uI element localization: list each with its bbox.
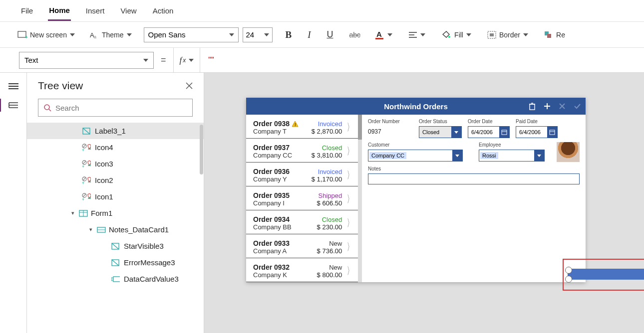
order-number-value: 0937 <box>368 126 413 137</box>
tree-search[interactable] <box>38 99 193 117</box>
fx-button[interactable]: fx <box>174 55 200 65</box>
order-price: $ 800.00 <box>317 271 342 279</box>
calendar-icon <box>499 127 509 138</box>
notes-label: Notes <box>368 166 580 171</box>
order-list-item[interactable]: Order 0936Company YInvoiced$ 1,170.00〉 <box>246 163 358 186</box>
order-name: Order 0936 <box>253 167 312 175</box>
tree-view-rail-button[interactable] <box>7 101 19 110</box>
order-list-item[interactable]: Order 0932Company KNew$ 800.00〉 <box>246 258 358 282</box>
hamburger-button[interactable] <box>7 82 19 91</box>
tree-item[interactable]: +Icon2 <box>27 172 204 188</box>
notes-input[interactable] <box>368 173 580 184</box>
tree-item[interactable]: +Icon1 <box>27 188 204 205</box>
chevron-down-icon <box>387 33 392 36</box>
align-button[interactable] <box>405 29 428 41</box>
order-list-scrollbar[interactable] <box>358 115 362 282</box>
iconset-icon: + <box>82 176 91 184</box>
border-icon <box>487 31 496 39</box>
tree-item[interactable]: +Icon4 <box>27 139 204 156</box>
bold-button[interactable]: B <box>283 27 295 42</box>
strikethrough-button[interactable]: abc <box>346 29 364 41</box>
italic-button[interactable]: I <box>305 27 314 42</box>
font-color-button[interactable]: A <box>372 28 395 42</box>
trash-icon[interactable] <box>528 102 537 111</box>
plus-icon[interactable] <box>543 102 552 111</box>
paid-date-label: Paid Date <box>516 119 558 124</box>
svg-line-43 <box>112 260 119 266</box>
resize-handle[interactable] <box>565 267 572 274</box>
tree-item[interactable]: ▾Notes_DataCard1 <box>27 221 204 238</box>
order-detail: Order Number 0937 Order Status Closed Or… <box>362 115 586 282</box>
resize-handle[interactable] <box>565 276 572 283</box>
datacard-icon <box>97 226 106 234</box>
reorder-button[interactable]: Re <box>541 29 568 41</box>
svg-text:+: + <box>82 148 84 152</box>
menu-action[interactable]: Action <box>152 1 175 20</box>
chevron-right-icon: 〉 <box>345 240 354 254</box>
menu-insert[interactable]: Insert <box>85 1 106 20</box>
tree-item-label: Icon1 <box>95 192 113 201</box>
fx-icon: fx <box>180 55 186 65</box>
svg-text:A: A <box>376 30 382 38</box>
svg-text:!: ! <box>295 122 296 127</box>
selected-control-overlay[interactable] <box>564 260 644 290</box>
order-status: Closed <box>312 144 342 152</box>
chevron-down-icon <box>264 33 269 36</box>
close-tree-button[interactable] <box>186 82 193 89</box>
svg-rect-11 <box>490 33 494 36</box>
new-screen-label: New screen <box>30 31 67 39</box>
theme-label: Theme <box>102 31 124 39</box>
order-status-combo[interactable]: Closed <box>419 126 462 138</box>
menu-file[interactable]: File <box>20 1 34 20</box>
font-select[interactable]: Open Sans <box>144 27 239 42</box>
menu-home[interactable]: Home <box>48 1 71 21</box>
tree-item[interactable]: Label3_1 <box>27 123 204 139</box>
order-name: Order 0933 <box>253 239 317 247</box>
new-screen-button[interactable]: + New screen <box>15 28 78 41</box>
fill-icon <box>441 30 451 39</box>
fill-label: Fill <box>454 31 463 39</box>
tree-item[interactable]: ErrorMessage3 <box>27 254 204 271</box>
order-price: $ 230.00 <box>317 223 342 231</box>
tree-item[interactable]: +Icon3 <box>27 156 204 172</box>
order-list-item[interactable]: Order 0934Company BBClosed$ 230.00〉 <box>246 210 358 234</box>
order-name: Order 0938 ! <box>253 120 312 128</box>
tree-item[interactable]: DataCardValue3 <box>27 271 204 287</box>
order-list-item[interactable]: Order 0933Company ANew$ 736.00〉 <box>246 234 358 258</box>
tree-item[interactable]: StarVisible3 <box>27 238 204 254</box>
order-list-item[interactable]: Order 0937Company CCClosed$ 3,810.00〉 <box>246 139 358 163</box>
scrollbar-thumb[interactable] <box>200 125 203 174</box>
customer-combo[interactable]: Company CC <box>368 150 463 162</box>
chevron-down-icon <box>451 127 461 138</box>
order-list-item[interactable]: Order 0935Company IShipped$ 606.50〉 <box>246 186 358 210</box>
employee-combo[interactable]: Rossi <box>479 150 545 162</box>
order-company: Company A <box>253 247 317 255</box>
order-date-input[interactable]: 6/4/2006 <box>468 126 510 138</box>
menu-view[interactable]: View <box>119 1 137 20</box>
order-status: Closed <box>317 216 342 223</box>
chevron-down-icon <box>189 59 194 62</box>
tree-search-input[interactable] <box>55 104 187 112</box>
svg-text:+: + <box>82 164 84 168</box>
fill-button[interactable]: Fill <box>438 28 474 41</box>
check-icon[interactable] <box>573 102 582 111</box>
theme-button[interactable]: Aa Theme <box>87 28 135 41</box>
chevron-down-icon <box>466 33 471 36</box>
order-name: Order 0932 <box>253 263 317 271</box>
employee-avatar <box>557 142 580 162</box>
new-screen-icon: + <box>18 30 27 39</box>
formula-input[interactable]: "" <box>200 48 644 73</box>
tree-item[interactable]: ▾Form1 <box>27 205 204 221</box>
border-button[interactable]: Border <box>484 29 531 41</box>
font-size-select[interactable]: 24 <box>243 27 273 42</box>
paid-date-input[interactable]: 6/4/2006 <box>516 126 558 138</box>
property-select[interactable]: Text <box>19 52 154 69</box>
order-name: Order 0935 <box>253 191 317 199</box>
tree-item-label: Icon2 <box>95 176 113 184</box>
calendar-icon <box>547 127 557 138</box>
cancel-icon[interactable] <box>558 102 567 111</box>
svg-rect-59 <box>550 130 555 135</box>
svg-rect-44 <box>113 277 120 282</box>
underline-button[interactable]: U <box>324 27 336 42</box>
order-list-item[interactable]: Order 0938 !Company TInvoiced$ 2,870.00〉 <box>246 115 358 139</box>
